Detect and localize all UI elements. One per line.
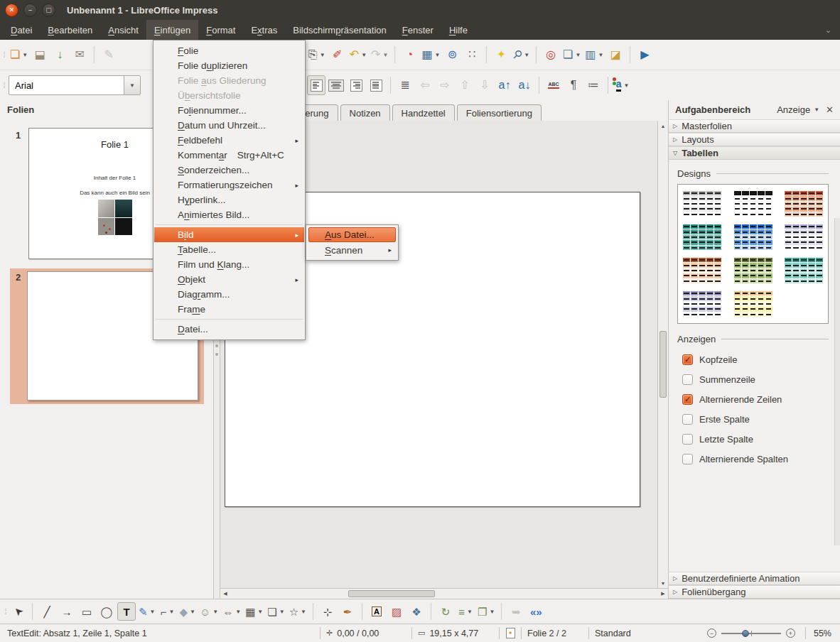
- hyperlink-button[interactable]: ⊚: [443, 45, 461, 65]
- dropdown-arrow-icon[interactable]: ▼: [467, 609, 473, 615]
- zoom-slider[interactable]: [721, 633, 781, 634]
- object-size[interactable]: ▭ 19,15 x 4,77: [412, 629, 499, 638]
- scroll-left-icon[interactable]: ◀: [220, 589, 230, 599]
- option-summenzeile[interactable]: Summenzeile: [677, 369, 829, 389]
- menu-item-datum-und-uhrzeit[interactable]: Datum und Uhrzeit...: [154, 118, 304, 133]
- new-presentation-button[interactable]: ❏▼: [9, 45, 29, 65]
- option-alternierende-zeilen[interactable]: ✓Alternierende Zeilen: [677, 389, 829, 409]
- start-presentation-button[interactable]: ▶: [635, 45, 654, 65]
- dropdown-arrow-icon[interactable]: ▼: [320, 52, 325, 58]
- character-formatting-button[interactable]: a▼: [613, 75, 632, 95]
- menu-item-foliennummer[interactable]: Foliennummer...: [154, 103, 304, 118]
- task-pane-view-button[interactable]: Anzeige ▼: [777, 104, 819, 115]
- select-button[interactable]: ➤: [9, 602, 27, 621]
- align-center-button[interactable]: [327, 75, 345, 95]
- zoom-out-button[interactable]: −: [707, 629, 716, 638]
- block-arrows-button[interactable]: ⇔▼: [221, 602, 242, 621]
- checkbox-kopfzeile[interactable]: ✓: [682, 354, 693, 365]
- slide-design-button[interactable]: ◪: [606, 45, 625, 65]
- menubar-item-ansicht[interactable]: Ansicht: [100, 20, 146, 40]
- menu-item-objekt[interactable]: Objekt▸: [154, 272, 304, 287]
- toolbar-grip-icon[interactable]: ⁞: [1, 81, 7, 89]
- flowchart-button[interactable]: ▦▼: [244, 602, 264, 621]
- horizontal-scroll-thumb[interactable]: [348, 590, 435, 597]
- dropdown-arrow-icon[interactable]: ▼: [598, 52, 603, 58]
- window-maximize-button[interactable]: ▢: [42, 4, 55, 17]
- menu-item-bild[interactable]: Bild▸: [154, 227, 304, 242]
- section-tabellen[interactable]: ▽Tabellen: [669, 146, 840, 160]
- scroll-right-icon[interactable]: ▶: [658, 589, 668, 599]
- table-design-orange[interactable]: [683, 258, 721, 283]
- spellcheck-button[interactable]: ABC: [544, 75, 563, 95]
- table-design-red[interactable]: [785, 191, 823, 217]
- align-right-button[interactable]: [347, 75, 365, 95]
- dropdown-arrow-icon[interactable]: ▼: [190, 609, 195, 615]
- chart-button[interactable]: ◔: [400, 45, 419, 65]
- table-design-olive[interactable]: [734, 258, 772, 283]
- toolbar-grip-icon[interactable]: ⁞: [3, 607, 9, 616]
- clone-formatting-button[interactable]: ✐: [328, 45, 347, 65]
- dropdown-arrow-icon[interactable]: ▼: [22, 52, 28, 58]
- increase-font-button[interactable]: a↑: [495, 75, 514, 95]
- fontwork-button[interactable]: A: [367, 602, 386, 621]
- dropdown-arrow-icon[interactable]: ▼: [212, 609, 218, 615]
- slide-layout-button[interactable]: ▥▼: [583, 45, 605, 65]
- menubar-item-format[interactable]: Format: [198, 20, 243, 40]
- option-kopfzeile[interactable]: ✓Kopfzeile: [677, 349, 829, 369]
- animation-effects-button[interactable]: «»: [527, 602, 545, 621]
- dropdown-arrow-icon[interactable]: ▼: [575, 52, 581, 58]
- template-name[interactable]: Standard: [589, 629, 676, 638]
- callouts-button[interactable]: ❏▼: [266, 602, 286, 621]
- tab-foliensortierung[interactable]: Foliensortierung: [457, 104, 542, 121]
- table-design-yellow[interactable]: [734, 291, 772, 317]
- tab-notizen[interactable]: Notizen: [340, 104, 390, 121]
- horizontal-scrollbar[interactable]: ◀ ▶: [220, 588, 668, 599]
- menu-item-animiertes-bild[interactable]: Animiertes Bild...: [154, 207, 304, 222]
- menu-item-folie-duplizieren[interactable]: Folie duplizieren: [154, 58, 304, 73]
- table-design-blue-gray[interactable]: [683, 291, 721, 317]
- arrange-button[interactable]: ❐▼: [476, 602, 496, 621]
- decrease-font-button[interactable]: a↓: [515, 75, 534, 95]
- table-design-cyan[interactable]: [785, 258, 823, 283]
- checkbox-alternierende-zeilen[interactable]: ✓: [682, 394, 693, 405]
- option-letzte-spalte[interactable]: Letzte Spalte: [677, 429, 829, 449]
- from-file-button[interactable]: ▨: [387, 602, 406, 621]
- bullets-numbering-button[interactable]: ≔: [584, 75, 603, 95]
- dropdown-arrow-icon[interactable]: ▼: [257, 609, 263, 615]
- curve-button[interactable]: ✎▼: [137, 602, 157, 621]
- menu-item-datei[interactable]: Datei...: [154, 322, 304, 337]
- snap-to-grid-button[interactable]: ✦: [492, 45, 510, 65]
- menubar-item-extras[interactable]: Extras: [243, 20, 285, 40]
- menu-item-film-und-klang[interactable]: Film und Klang...: [154, 257, 304, 272]
- table-design-blue[interactable]: [734, 224, 772, 250]
- menu-item-formatierungszeichen[interactable]: Formatierungszeichen▸: [154, 178, 304, 192]
- dropdown-arrow-icon[interactable]: ▼: [150, 609, 156, 615]
- ellipse-button[interactable]: ◯: [97, 602, 116, 621]
- menubar-item-datei[interactable]: Datei: [3, 20, 40, 40]
- checkbox-summenzeile[interactable]: [682, 374, 693, 385]
- table-design-black[interactable]: [734, 191, 772, 217]
- menubar-item-bildschirmpräsentation[interactable]: Bildschirmpräsentation: [285, 20, 394, 40]
- rotate-button[interactable]: ↻: [436, 602, 455, 621]
- option-alternierende-spalten[interactable]: Alternierende Spalten: [677, 449, 829, 469]
- dropdown-arrow-icon[interactable]: ▼: [382, 52, 388, 58]
- menubar-item-bearbeiten[interactable]: Bearbeiten: [40, 20, 100, 40]
- task-pane-scrollbar[interactable]: [834, 218, 840, 545]
- table-design-gray[interactable]: [683, 191, 721, 217]
- align-left-button[interactable]: [307, 75, 325, 95]
- line-arrow-button[interactable]: →: [58, 602, 76, 621]
- font-name-dropdown-icon[interactable]: ▼: [124, 76, 140, 94]
- dropdown-arrow-icon[interactable]: ▼: [235, 609, 241, 615]
- window-minimize-button[interactable]: –: [23, 4, 37, 17]
- table-design-teal[interactable]: [683, 224, 721, 250]
- align-justify-button[interactable]: [367, 75, 385, 95]
- stars-button[interactable]: ☆▼: [288, 602, 308, 621]
- zoom-button[interactable]: ⚲▼: [512, 45, 531, 65]
- document-modified-indicator[interactable]: ✶: [500, 628, 521, 638]
- menu-item-sonderzeichen[interactable]: Sonderzeichen...: [154, 163, 304, 178]
- menubar-overflow-icon[interactable]: ⌄: [825, 20, 831, 40]
- section-masterfolien[interactable]: ▷Masterfolien: [669, 119, 840, 133]
- table-design-lavender[interactable]: [785, 224, 823, 250]
- dropdown-arrow-icon[interactable]: ▼: [489, 609, 495, 615]
- checkbox-alternierende-spalten[interactable]: [682, 454, 693, 464]
